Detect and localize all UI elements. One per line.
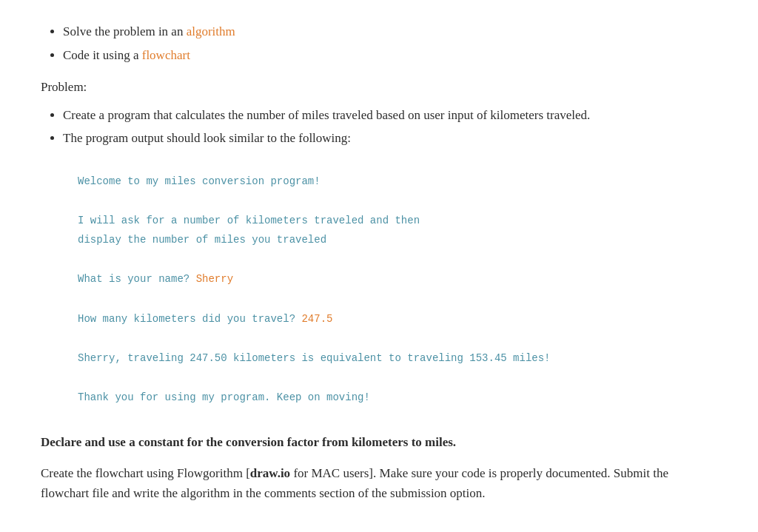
code-line-4-text: display the number of miles you traveled	[78, 234, 326, 246]
problem-bullet-list: Create a program that calculates the num…	[41, 106, 717, 148]
code-line-6-prefix: What is your name?	[78, 273, 196, 285]
code-line-8: How many kilometers did you travel? 247.…	[78, 309, 702, 329]
code-line-1-text: Welcome to my miles conversion program!	[78, 175, 321, 187]
bullet-text-2a: Code it using a	[63, 48, 142, 62]
problem-bullet-1-text: Create a program that calculates the num…	[63, 108, 590, 122]
code-line-6: What is your name? Sherry	[78, 269, 702, 289]
top-bullet-list: Solve the problem in an algorithm Code i…	[41, 22, 717, 64]
code-line-8-prefix: How many kilometers did you travel?	[78, 313, 301, 325]
code-line-6-input: Sherry	[196, 273, 233, 285]
problem-label: Problem:	[41, 78, 717, 97]
flowchart-link[interactable]: flowchart	[142, 48, 190, 62]
problem-bullet-1: Create a program that calculates the num…	[63, 106, 717, 125]
code-line-12: Thank you for using my program. Keep on …	[78, 388, 702, 408]
code-line-1: Welcome to my miles conversion program!	[78, 172, 702, 192]
problem-bullet-2: The program output should look similar t…	[63, 129, 717, 148]
code-line-12-text: Thank you for using my program. Keep on …	[78, 391, 370, 403]
bullet-text-1a: Solve the problem in an	[63, 24, 187, 38]
code-line-3: I will ask for a number of kilometers tr…	[78, 211, 702, 231]
bold-statement: Declare and use a constant for the conve…	[41, 433, 717, 452]
code-block: Welcome to my miles conversion program! …	[63, 161, 717, 418]
code-line-10-text: Sherry, traveling 247.50 kilometers is e…	[78, 352, 551, 364]
problem-bullet-2-text: The program output should look similar t…	[63, 131, 351, 145]
top-bullet-item-1: Solve the problem in an algorithm	[63, 22, 717, 41]
top-bullet-item-2: Code it using a flowchart	[63, 46, 717, 65]
closing-text-1: Create the flowchart using Flowgorithm [	[41, 466, 250, 480]
code-line-8-input: 247.5	[301, 313, 332, 325]
closing-paragraph: Create the flowchart using Flowgorithm […	[41, 463, 717, 503]
code-line-4: display the number of miles you traveled	[78, 230, 702, 250]
drawio-bold: draw.io	[250, 466, 290, 480]
code-line-3-text: I will ask for a number of kilometers tr…	[78, 215, 420, 226]
code-line-10: Sherry, traveling 247.50 kilometers is e…	[78, 349, 702, 368]
algorithm-link[interactable]: algorithm	[187, 24, 235, 38]
